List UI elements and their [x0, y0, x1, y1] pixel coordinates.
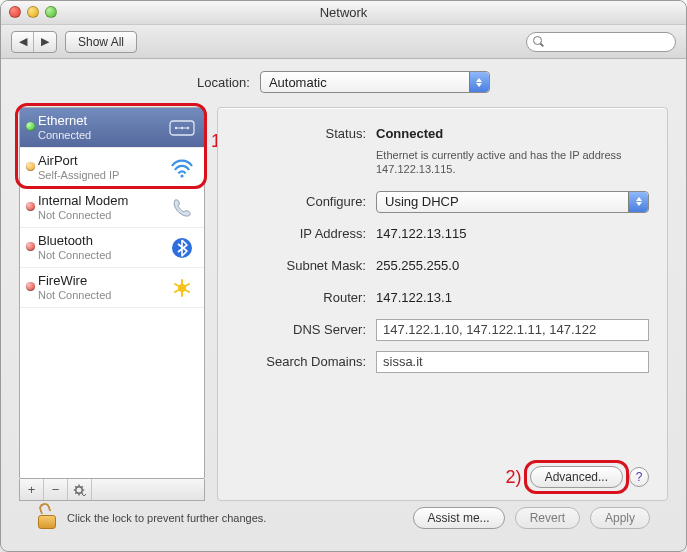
- status-value: Connected: [376, 126, 443, 141]
- sidebar-item-ethernet[interactable]: Ethernet Connected: [20, 108, 204, 148]
- ip-value: 147.122.13.115: [376, 226, 466, 241]
- sidebar-item-modem[interactable]: Internal Modem Not Connected: [20, 188, 204, 228]
- add-service-button[interactable]: +: [20, 479, 44, 500]
- sidebar-item-firewire[interactable]: FireWire Not Connected: [20, 268, 204, 308]
- service-status: Connected: [38, 129, 168, 141]
- status-dot-icon: [26, 122, 35, 131]
- bluetooth-icon: [168, 234, 196, 262]
- dns-field[interactable]: 147.122.1.10, 147.122.1.11, 147.122: [376, 319, 649, 341]
- svg-line-14: [81, 492, 82, 493]
- ethernet-icon: [168, 114, 196, 142]
- sidebar-tools: + −: [19, 479, 205, 501]
- configure-label: Configure:: [228, 194, 366, 209]
- forward-button[interactable]: ▶: [34, 32, 56, 52]
- status-label: Status:: [228, 126, 366, 141]
- search-input[interactable]: [546, 36, 669, 48]
- domains-label: Search Domains:: [228, 354, 366, 369]
- svg-line-15: [75, 492, 76, 493]
- lock-area: Click the lock to prevent further change…: [37, 505, 266, 531]
- revert-button[interactable]: Revert: [515, 507, 580, 529]
- router-value: 147.122.13.1: [376, 290, 452, 305]
- firewire-icon: [168, 274, 196, 302]
- detail-panel: Status: Connected Ethernet is currently …: [217, 107, 668, 501]
- status-dot-icon: [26, 242, 35, 251]
- network-prefs-window: Network ◀ ▶ Show All Location: Automatic: [0, 0, 687, 552]
- router-label: Router:: [228, 290, 366, 305]
- close-button[interactable]: [9, 6, 21, 18]
- location-value: Automatic: [269, 75, 327, 90]
- service-list: Ethernet Connected AirPort Self-Assigned…: [19, 107, 205, 479]
- remove-service-button[interactable]: −: [44, 479, 68, 500]
- assist-button[interactable]: Assist me...: [413, 507, 505, 529]
- domains-field[interactable]: sissa.it: [376, 351, 649, 373]
- service-name: Internal Modem: [38, 194, 168, 208]
- service-name: Ethernet: [38, 114, 168, 128]
- service-status: Not Connected: [38, 289, 168, 301]
- sidebar-item-bluetooth[interactable]: Bluetooth Not Connected: [20, 228, 204, 268]
- nav-segmented: ◀ ▶: [11, 31, 57, 53]
- back-button[interactable]: ◀: [12, 32, 34, 52]
- select-stepper-icon: [628, 192, 648, 212]
- select-stepper-icon: [469, 72, 489, 92]
- window-title: Network: [320, 5, 368, 20]
- status-dot-icon: [26, 282, 35, 291]
- search-icon: [533, 36, 542, 47]
- annotation-label-2: 2): [506, 467, 522, 488]
- service-name: Bluetooth: [38, 234, 168, 248]
- service-actions-button[interactable]: [68, 479, 92, 500]
- status-description: Ethernet is currently active and has the…: [376, 148, 636, 177]
- configure-select[interactable]: Using DHCP: [376, 191, 649, 213]
- service-status: Not Connected: [38, 209, 168, 221]
- mask-value: 255.255.255.0: [376, 258, 459, 273]
- wifi-icon: [168, 154, 196, 182]
- status-dot-icon: [26, 162, 35, 171]
- lock-text: Click the lock to prevent further change…: [67, 512, 266, 524]
- svg-line-13: [75, 486, 76, 487]
- lock-icon[interactable]: [37, 505, 59, 531]
- show-all-button[interactable]: Show All: [65, 31, 137, 53]
- advanced-button[interactable]: Advanced...: [530, 466, 623, 488]
- service-status: Self-Assigned IP: [38, 169, 168, 181]
- gear-icon: [73, 483, 87, 497]
- apply-button[interactable]: Apply: [590, 507, 650, 529]
- svg-point-7: [178, 284, 186, 292]
- minimize-button[interactable]: [27, 6, 39, 18]
- dns-label: DNS Server:: [228, 322, 366, 337]
- service-name: AirPort: [38, 154, 168, 168]
- location-row: Location: Automatic: [19, 71, 668, 93]
- sidebar-item-airport[interactable]: AirPort Self-Assigned IP: [20, 148, 204, 188]
- titlebar: Network: [1, 1, 686, 25]
- location-select[interactable]: Automatic: [260, 71, 490, 93]
- mask-label: Subnet Mask:: [228, 258, 366, 273]
- sidebar-wrap: Ethernet Connected AirPort Self-Assigned…: [19, 107, 205, 501]
- ip-label: IP Address:: [228, 226, 366, 241]
- main-area: Ethernet Connected AirPort Self-Assigned…: [19, 107, 668, 501]
- phone-icon: [168, 194, 196, 222]
- zoom-button[interactable]: [45, 6, 57, 18]
- help-button[interactable]: ?: [629, 467, 649, 487]
- body: Location: Automatic Ethernet Connected: [1, 59, 686, 551]
- svg-line-16: [81, 486, 82, 487]
- service-status: Not Connected: [38, 249, 168, 261]
- footer: Click the lock to prevent further change…: [19, 501, 668, 541]
- svg-point-8: [75, 486, 81, 492]
- location-label: Location:: [197, 75, 250, 90]
- traffic-lights: [9, 6, 57, 18]
- search-field[interactable]: [526, 32, 676, 52]
- advanced-row: 2) Advanced... ?: [506, 466, 649, 488]
- status-dot-icon: [26, 202, 35, 211]
- configure-value: Using DHCP: [385, 194, 459, 209]
- svg-point-5: [180, 174, 183, 177]
- toolbar: ◀ ▶ Show All: [1, 25, 686, 59]
- service-name: FireWire: [38, 274, 168, 288]
